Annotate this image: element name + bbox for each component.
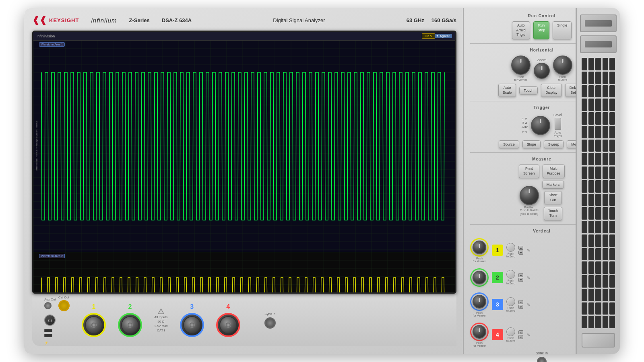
- oscilloscope-screen[interactable]: InfiniiVision ✦ Agilent 0.6 V Trace Mode…: [32, 31, 456, 294]
- vent-hole: [588, 289, 594, 301]
- ch2-arrow-up[interactable]: ▲: [518, 273, 523, 277]
- usb-port-2[interactable]: [44, 334, 52, 337]
- ch4-input[interactable]: [216, 313, 240, 337]
- sync-in-connector[interactable]: [537, 357, 547, 362]
- ch2-arrow-down[interactable]: ▼: [518, 278, 523, 282]
- zoom-knob[interactable]: [534, 63, 550, 79]
- vent-hole: [582, 153, 587, 165]
- ch2-input[interactable]: [118, 313, 142, 337]
- trigger-channel-labels: 1 2 3 4 Aux ⌐¬: [521, 117, 528, 134]
- waveform-section: Trace Mode: Normal ∨ Voltage/division: N…: [33, 41, 455, 292]
- ch2-button[interactable]: 2: [492, 272, 503, 283]
- single-button[interactable]: Single: [553, 21, 572, 39]
- ch4-small-btn[interactable]: [506, 327, 515, 336]
- cal-out-connector: [58, 300, 70, 311]
- sync-in-section-front: Sync In: [264, 312, 276, 329]
- vent-hole: [595, 58, 601, 70]
- vent-hole: [603, 207, 608, 220]
- ch4-scale-knob[interactable]: [473, 325, 486, 339]
- run-stop-button[interactable]: Run Stop: [533, 21, 550, 39]
- ch3-input[interactable]: [180, 313, 204, 337]
- horizontal-position-knob[interactable]: [511, 56, 530, 75]
- ch1-input[interactable]: [82, 313, 106, 337]
- vent-hole: [588, 58, 594, 70]
- ch4-button[interactable]: 4: [492, 329, 503, 340]
- sync-in-connector-front[interactable]: [264, 317, 276, 329]
- vent-hole: [588, 126, 594, 138]
- ch3-arrow-up[interactable]: ▲: [518, 300, 523, 304]
- ch2-small-btn[interactable]: [506, 270, 515, 279]
- markers-button[interactable]: Markers: [542, 181, 564, 189]
- far-right-panel: [576, 8, 620, 354]
- cal-out-label: Cal Out: [58, 296, 70, 299]
- vent-grid: [580, 56, 617, 330]
- screen-title: InfiniiVision: [37, 34, 55, 38]
- main-body: ❰❰ KEYSIGHT infiniium Z-Series DSA-Z 634…: [24, 8, 463, 354]
- vent-hole: [582, 275, 587, 288]
- vent-hole: [588, 112, 594, 125]
- auto-arm-trig-button[interactable]: Auto Arm'd Trig'd: [512, 21, 530, 39]
- vent-hole: [609, 248, 615, 261]
- vent-hole: [603, 72, 608, 84]
- position-knob[interactable]: [520, 186, 539, 205]
- channel-4-connector: 4: [216, 303, 240, 337]
- scale-badge-1: Waveform Area 1: [39, 42, 65, 47]
- vent-hole: [609, 99, 615, 111]
- handle-bracket: [582, 333, 615, 348]
- usb-port-1[interactable]: [44, 329, 52, 332]
- ch3-button[interactable]: 3: [492, 299, 503, 310]
- vent-hole: [595, 194, 601, 206]
- vent-hole: [609, 289, 615, 301]
- vent-hole: [609, 112, 615, 125]
- touch-button[interactable]: Touch: [519, 86, 538, 95]
- vent-hole: [603, 194, 608, 206]
- print-screen-button[interactable]: Print Screen: [519, 165, 539, 178]
- clear-display-button[interactable]: Clear Display: [541, 84, 562, 97]
- ch1-arrow-down[interactable]: ▼: [518, 251, 523, 255]
- vent-hole: [609, 261, 615, 274]
- vent-hole: [603, 140, 608, 152]
- sample-rate-spec: 160 GSa/s: [431, 17, 456, 23]
- aux-out-label: Aux Out: [44, 298, 56, 301]
- ch3-arrow-down[interactable]: ▼: [518, 305, 523, 309]
- auto-scale-button[interactable]: Auto Scale: [498, 84, 516, 97]
- ch2-scale-knob[interactable]: [473, 271, 486, 284]
- vert-label-1: Trace Mode: Normal ∨ Voltage/division: N…: [33, 41, 39, 252]
- trigger-level-slider[interactable]: [555, 118, 561, 130]
- horizontal-scale-knob[interactable]: [553, 56, 572, 75]
- hold-to-reset-label: (hold to Reset): [520, 212, 539, 215]
- ch4-arrow-down[interactable]: ▼: [518, 335, 523, 339]
- channel-2-connector: 2: [118, 303, 142, 337]
- ch1-scale-knob[interactable]: [473, 241, 486, 254]
- ch2-push-zero-label: Pushto Zero: [506, 279, 515, 285]
- ch4-arrow-up[interactable]: ▲: [518, 330, 523, 334]
- vent-hole: [582, 261, 587, 274]
- keysight-chevron-icon: ❰❰: [32, 16, 47, 25]
- vent-hole: [582, 112, 587, 125]
- vent-hole: [582, 99, 587, 111]
- touch-turn-button[interactable]: Touch Turn: [544, 207, 562, 220]
- trigger-level-knob[interactable]: [531, 116, 550, 135]
- ch1-button[interactable]: 1: [492, 245, 503, 256]
- ch1-arrow-up[interactable]: ▲: [518, 246, 523, 250]
- ch1-small-btn[interactable]: [506, 243, 515, 252]
- sync-in-label-front: Sync In: [264, 312, 275, 316]
- ch3-scale-knob[interactable]: [473, 295, 486, 309]
- ch1-arrows: ▲ ▼: [518, 246, 523, 255]
- device-type: Digital Signal Analyzer: [204, 17, 394, 23]
- screen-topbar: InfiniiVision ✦ Agilent 0.6 V: [33, 32, 455, 41]
- oscilloscope: ❰❰ KEYSIGHT infiniium Z-Series DSA-Z 634…: [24, 8, 620, 354]
- series-name: infiniium: [91, 17, 117, 24]
- sweep-button[interactable]: Sweep: [544, 140, 564, 148]
- short-cut-button[interactable]: Short Cut: [544, 191, 562, 204]
- source-button[interactable]: Source: [499, 140, 519, 148]
- vent-hole: [582, 126, 587, 138]
- multi-purpose-button[interactable]: Multi Purpose: [543, 165, 565, 178]
- vert-label-2: Trace Mode: Normal ∨ Voltage/division: N…: [33, 252, 39, 292]
- ch3-small-btn[interactable]: [506, 297, 515, 306]
- slope-button[interactable]: Slope: [522, 140, 541, 148]
- vent-hole: [609, 72, 615, 84]
- vent-hole: [603, 221, 608, 233]
- vent-hole: [603, 112, 608, 125]
- power-button[interactable]: ⏻: [44, 315, 56, 326]
